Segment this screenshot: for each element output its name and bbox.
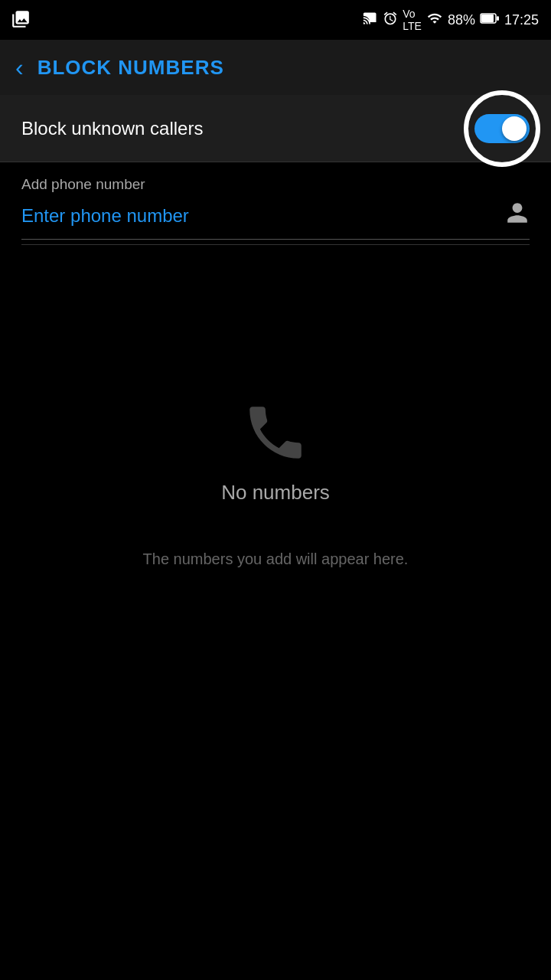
cast-icon [363, 11, 378, 29]
toggle-thumb [502, 116, 527, 141]
contacts-icon[interactable] [505, 201, 530, 231]
app-bar: ‹ BLOCK NUMBERS [0, 40, 551, 95]
volte-indicator: VoLTE [403, 8, 422, 32]
svg-rect-2 [497, 16, 499, 21]
status-bar: VoLTE 88% 17:25 [0, 0, 551, 40]
hint-text: The numbers you add will appear here. [0, 550, 551, 568]
svg-rect-1 [481, 15, 494, 22]
empty-state: No numbers [0, 398, 551, 505]
block-unknown-callers-toggle-wrapper [474, 114, 530, 143]
status-icons: VoLTE 88% 17:25 [363, 8, 539, 32]
status-time: 17:25 [504, 12, 539, 28]
block-unknown-callers-label: Block unknown callers [21, 118, 203, 139]
no-numbers-label: No numbers [221, 481, 330, 505]
phone-input-row [21, 201, 530, 240]
block-unknown-callers-row: Block unknown callers [0, 95, 551, 162]
battery-icon [480, 12, 500, 28]
back-button[interactable]: ‹ [15, 55, 24, 80]
empty-phone-icon [241, 398, 310, 467]
block-unknown-callers-toggle[interactable] [474, 114, 530, 143]
add-phone-label: Add phone number [21, 176, 530, 193]
battery-percentage: 88% [448, 12, 475, 28]
alarm-icon [383, 11, 398, 29]
page-title: BLOCK NUMBERS [37, 56, 224, 80]
add-phone-section: Add phone number [0, 162, 551, 245]
gallery-icon [11, 9, 31, 32]
signal-icon [426, 11, 443, 29]
phone-number-input[interactable] [21, 202, 496, 230]
section-divider [21, 244, 530, 245]
